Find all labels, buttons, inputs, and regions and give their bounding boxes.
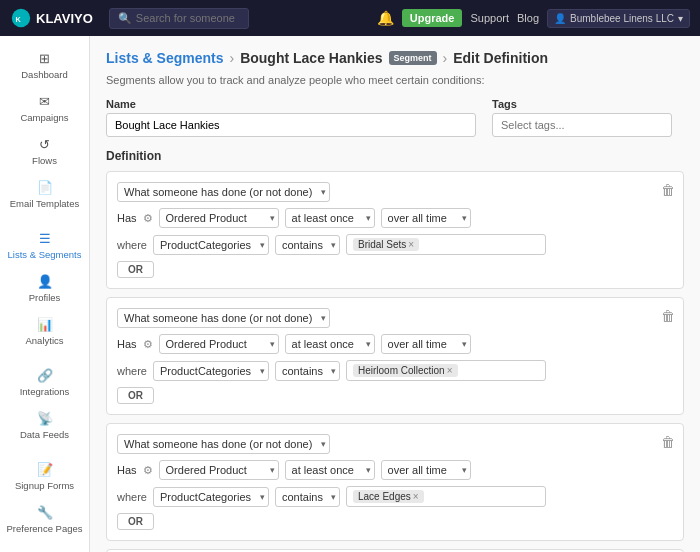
name-label: Name (106, 98, 476, 110)
sidebar-item-data-feeds[interactable]: 📡 Data Feeds (0, 404, 89, 447)
user-name: Bumblebee Linens LLC (570, 13, 674, 24)
cog-icon-1: ⚙ (143, 212, 153, 225)
what-select-1[interactable]: What someone has done (or not done) (117, 182, 330, 202)
data-feeds-icon: 📡 (37, 411, 53, 426)
nav-icons: 🔔 Upgrade Support Blog 👤 Bumblebee Linen… (377, 9, 690, 28)
delete-condition-2[interactable]: 🗑 (661, 308, 675, 324)
delete-condition-1[interactable]: 🗑 (661, 182, 675, 198)
at-least-select-1[interactable]: at least once (285, 208, 375, 228)
has-label-2: Has (117, 338, 137, 350)
condition-3-where-row: where ProductCategories contains Lace Ed… (117, 486, 673, 507)
or-button-1[interactable]: OR (117, 261, 154, 278)
tag-input-1[interactable]: Bridal Sets × (346, 234, 546, 255)
analytics-icon: 📊 (37, 317, 53, 332)
preference-pages-icon: 🔧 (37, 505, 53, 520)
condition-1-where-row: where ProductCategories contains Bridal … (117, 234, 673, 255)
at-least-wrapper-3: at least once (285, 460, 375, 480)
sidebar-item-flows[interactable]: ↺ Flows (0, 130, 89, 173)
field-wrapper-1: ProductCategories (153, 235, 269, 255)
where-label-2: where (117, 365, 147, 377)
has-select-wrapper-1: Ordered Product (159, 208, 279, 228)
signup-forms-icon: 📝 (37, 462, 53, 477)
condition-1-what-row: What someone has done (or not done) (117, 182, 673, 202)
search-input[interactable] (136, 12, 236, 24)
over-select-2[interactable]: over all time (381, 334, 471, 354)
breadcrumb-sep-1: › (229, 50, 234, 66)
tags-group: Tags (492, 98, 672, 137)
logo-text: KLAVIYO (36, 11, 93, 26)
field-wrapper-2: ProductCategories (153, 361, 269, 381)
name-group: Name (106, 98, 476, 137)
lists-segments-icon: ☰ (39, 231, 51, 246)
op-select-2[interactable]: contains (275, 361, 340, 381)
sidebar-label-flows: Flows (32, 155, 57, 166)
definition-section: Definition 🗑 What someone has done (or n… (106, 149, 684, 552)
condition-2-what-row: What someone has done (or not done) (117, 308, 673, 328)
sidebar-label-preference-pages: Preference Pages (6, 523, 82, 534)
svg-point-0 (12, 9, 30, 27)
logo: K KLAVIYO (10, 7, 93, 29)
tag-input-2[interactable]: Heirloom Collection × (346, 360, 546, 381)
or-button-2[interactable]: OR (117, 387, 154, 404)
what-select-3[interactable]: What someone has done (or not done) (117, 434, 330, 454)
name-input[interactable] (106, 113, 476, 137)
tag-bridal-sets-remove[interactable]: × (408, 239, 414, 250)
has-select-2[interactable]: Ordered Product (159, 334, 279, 354)
sidebar-label-analytics: Analytics (25, 335, 63, 346)
condition-3-has-row: Has ⚙ Ordered Product at least once (117, 460, 673, 480)
at-least-select-3[interactable]: at least once (285, 460, 375, 480)
flows-icon: ↺ (39, 137, 50, 152)
breadcrumb-sep-2: › (443, 50, 448, 66)
delete-condition-3[interactable]: 🗑 (661, 434, 675, 450)
user-badge[interactable]: 👤 Bumblebee Linens LLC ▾ (547, 9, 690, 28)
sidebar-item-integrations[interactable]: 🔗 Integrations (0, 361, 89, 404)
tag-lace-edges: Lace Edges × (353, 490, 424, 503)
op-wrapper-2: contains (275, 361, 340, 381)
op-select-1[interactable]: contains (275, 235, 340, 255)
sidebar-item-email-templates[interactable]: 📄 Email Templates (0, 173, 89, 216)
has-label-1: Has (117, 212, 137, 224)
tags-input[interactable] (492, 113, 672, 137)
over-select-3[interactable]: over all time (381, 460, 471, 480)
field-select-1[interactable]: ProductCategories (153, 235, 269, 255)
tag-input-3[interactable]: Lace Edges × (346, 486, 546, 507)
upgrade-button[interactable]: Upgrade (402, 9, 463, 27)
support-link[interactable]: Support (470, 12, 509, 24)
at-least-wrapper-1: at least once (285, 208, 375, 228)
op-select-3[interactable]: contains (275, 487, 340, 507)
breadcrumb-lists-link[interactable]: Lists & Segments (106, 50, 223, 66)
over-wrapper-2: over all time (381, 334, 471, 354)
integrations-icon: 🔗 (37, 368, 53, 383)
where-label-3: where (117, 491, 147, 503)
what-select-2[interactable]: What someone has done (or not done) (117, 308, 330, 328)
sidebar-label-signup-forms: Signup Forms (15, 480, 74, 491)
sidebar-item-profiles[interactable]: 👤 Profiles (0, 267, 89, 310)
field-select-2[interactable]: ProductCategories (153, 361, 269, 381)
main-layout: ⊞ Dashboard ✉ Campaigns ↺ Flows 📄 Email … (0, 36, 700, 552)
has-select-3[interactable]: Ordered Product (159, 460, 279, 480)
or-button-3[interactable]: OR (117, 513, 154, 530)
sidebar-label-profiles: Profiles (29, 292, 61, 303)
at-least-select-2[interactable]: at least once (285, 334, 375, 354)
sidebar-item-preference-pages[interactable]: 🔧 Preference Pages (0, 498, 89, 541)
tag-lace-edges-remove[interactable]: × (413, 491, 419, 502)
has-select-1[interactable]: Ordered Product (159, 208, 279, 228)
over-wrapper-1: over all time (381, 208, 471, 228)
field-select-3[interactable]: ProductCategories (153, 487, 269, 507)
user-avatar-icon: 👤 (554, 13, 566, 24)
tag-bridal-sets: Bridal Sets × (353, 238, 419, 251)
email-templates-icon: 📄 (37, 180, 53, 195)
sidebar-item-dashboard[interactable]: ⊞ Dashboard (0, 44, 89, 87)
sidebar-item-campaigns[interactable]: ✉ Campaigns (0, 87, 89, 130)
search-box[interactable]: 🔍 (109, 8, 249, 29)
blog-link[interactable]: Blog (517, 12, 539, 24)
condition-2-where-row: where ProductCategories contains Heirloo… (117, 360, 673, 381)
sidebar-item-signup-forms[interactable]: 📝 Signup Forms (0, 455, 89, 498)
bell-icon[interactable]: 🔔 (377, 10, 394, 26)
sidebar-item-analytics[interactable]: 📊 Analytics (0, 310, 89, 353)
sidebar-item-lists-segments[interactable]: ☰ Lists & Segments (0, 224, 89, 267)
campaigns-icon: ✉ (39, 94, 50, 109)
tag-heirloom-remove[interactable]: × (447, 365, 453, 376)
over-select-1[interactable]: over all time (381, 208, 471, 228)
form-row: Name Tags (106, 98, 684, 137)
